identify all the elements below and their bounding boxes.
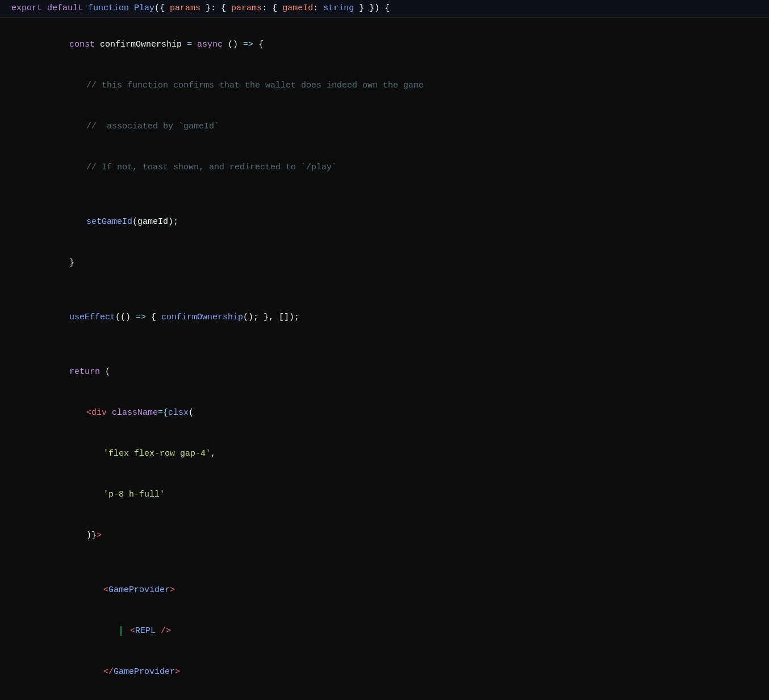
code-plain: ( (189, 408, 194, 418)
code-line: const confirmOwnership = async () => { (0, 24, 769, 65)
line-content: return ( (0, 352, 769, 393)
spacer (0, 693, 769, 700)
function-name-play: Play (134, 3, 154, 13)
code-plain: { (253, 40, 264, 49)
code-plain: () (223, 40, 243, 49)
op-arrow: => (243, 40, 253, 49)
code-plain: )} (86, 531, 97, 540)
fn-setgameid: setGameId (86, 217, 132, 227)
jsx-repl: REPL (135, 626, 161, 636)
jsx-open: < (130, 626, 135, 636)
jsx-close: > (170, 585, 175, 595)
code-line: <REPL /> (0, 611, 769, 652)
param-params2: params (231, 3, 262, 13)
code-line: 'flex flex-row gap-4', (0, 434, 769, 474)
code-line: 'p-8 h-full' (0, 474, 769, 515)
comment-line: // this function confirms that the walle… (86, 81, 424, 90)
top-function-line: export default function Play({ params }:… (0, 0, 769, 18)
spacer (0, 284, 769, 297)
code-punct: } }) { (354, 3, 390, 13)
op-arrow2: => (136, 312, 146, 322)
indent-bar (120, 626, 127, 636)
jsx-open: < (86, 408, 91, 418)
code-plain: { (146, 312, 161, 322)
line-content: <div className={clsx( (0, 393, 769, 434)
var-confirmownership: confirmOwnership (100, 40, 182, 49)
code-line: // If not, toast shown, and redirected t… (0, 147, 769, 188)
kw-const: const (69, 40, 100, 49)
jsx-brace: ={ (158, 408, 168, 418)
comment-redirect: // If not, toast shown, and redirected t… (86, 163, 337, 172)
fn-clsx: clsx (168, 408, 189, 418)
jsx-close-tag: </ (103, 667, 114, 677)
line-content: <REPL /> (0, 611, 769, 652)
line-content: </GameProvider> (0, 652, 769, 693)
code-line: <GameProvider> (0, 570, 769, 611)
type-string: string (323, 3, 354, 13)
param-params: params (170, 3, 200, 13)
code-line: useEffect(() => { confirmOwnership(); },… (0, 297, 769, 338)
spacer (0, 338, 769, 352)
line-content: // associated by `gameId` (0, 106, 769, 147)
code-line: setGameId(gameId); (0, 202, 769, 243)
code-editor: export default function Play({ params }:… (0, 0, 769, 700)
spacer (0, 188, 769, 202)
line-content: 'flex flex-row gap-4', (0, 434, 769, 474)
attr-classname: className (112, 408, 158, 418)
line-content: 'p-8 h-full' (0, 474, 769, 515)
fn-useeffect: useEffect (69, 312, 115, 322)
code-plain: (); }, []); (243, 312, 299, 322)
line-content: } (0, 243, 769, 284)
param-gameid: gameId (282, 3, 313, 13)
line-content: // this function confirms that the walle… (0, 65, 769, 106)
line-content: // If not, toast shown, and redirected t… (0, 147, 769, 188)
line-content: )}> (0, 515, 769, 556)
jsx-gameprovider: GameProvider (108, 585, 170, 595)
code-punct: : { (262, 3, 282, 13)
keyword-default: default (47, 3, 88, 13)
code-line: } (0, 243, 769, 284)
kw-async: async (197, 40, 223, 49)
code-line: )}> (0, 515, 769, 556)
line-content: const confirmOwnership = async () => { (0, 24, 769, 65)
spacer (0, 556, 769, 570)
code-line: // this function confirms that the walle… (0, 65, 769, 106)
line-content: setGameId(gameId); (0, 202, 769, 243)
jsx-open: < (103, 585, 108, 595)
var-gameid: gameId (137, 217, 168, 227)
close-brace: } (69, 258, 74, 268)
keyword-export: export (11, 3, 47, 13)
jsx-gameprovider-close: GameProvider (114, 667, 175, 677)
code-line: return ( (0, 352, 769, 393)
code-plain: ( (132, 217, 137, 227)
code-comma: , (211, 449, 216, 459)
code-line: <div className={clsx( (0, 393, 769, 434)
keyword-function: function (88, 3, 134, 13)
kw-return: return (69, 367, 100, 377)
code-plain: ( (100, 367, 110, 377)
code-line: // associated by `gameId` (0, 106, 769, 147)
jsx-div: div (91, 408, 112, 418)
code-punct: : (313, 3, 323, 13)
comment-associated: // associated by `gameId` (86, 122, 219, 131)
code-punct: }: { (200, 3, 231, 13)
code-line: </GameProvider> (0, 652, 769, 693)
code-punct: ({ (154, 3, 170, 13)
code-plain: (() (115, 312, 136, 322)
jsx-self-close: /> (161, 626, 171, 636)
code-plain: ); (168, 217, 178, 227)
jsx-close: > (175, 667, 180, 677)
line-content: useEffect(() => { confirmOwnership(); },… (0, 297, 769, 338)
str-p8-hfull: 'p-8 h-full' (103, 490, 165, 499)
fn-confirmownership-call: confirmOwnership (161, 312, 243, 322)
line-content: <GameProvider> (0, 570, 769, 611)
str-flex-row: 'flex flex-row gap-4' (103, 449, 211, 459)
code-body: const confirmOwnership = async () => { /… (0, 18, 769, 700)
op-assign: = (182, 40, 197, 49)
jsx-close-bracket: > (97, 531, 102, 540)
